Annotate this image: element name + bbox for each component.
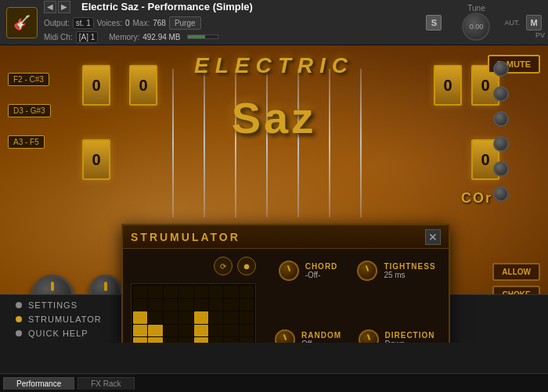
random-knob[interactable] — [275, 329, 295, 343]
seq-cell-0-3[interactable] — [178, 286, 193, 298]
seq-cell-1-3[interactable] — [178, 299, 193, 311]
fret-block-right-1: 0 — [434, 65, 462, 106]
direction-knob[interactable] — [359, 329, 379, 343]
seq-cell-0-4[interactable] — [194, 286, 208, 298]
tuner-knob-2[interactable] — [493, 86, 509, 102]
record-icon: ⏺ — [243, 262, 251, 271]
seq-cell-1-1[interactable] — [148, 299, 162, 311]
m-button[interactable]: M — [526, 15, 542, 31]
s-button[interactable]: S — [426, 15, 442, 31]
seq-cell-2-5[interactable] — [209, 311, 223, 324]
fx-rack-tab[interactable]: FX Rack — [78, 377, 134, 390]
random-value: Off — [301, 340, 341, 343]
seq-cell-4-2[interactable] — [164, 337, 178, 343]
strumulator-dot — [16, 316, 22, 322]
tuner-knob-3[interactable] — [493, 111, 509, 127]
seq-cell-4-7[interactable] — [240, 337, 254, 343]
string-7 — [360, 69, 362, 218]
strum-params: CHORD -Off- TIGHTNESS 25 ms — [264, 257, 441, 343]
string-2 — [204, 69, 205, 218]
seq-cell-4-4[interactable] — [194, 337, 208, 343]
seq-cell-3-7[interactable] — [240, 325, 254, 337]
seq-cell-3-2[interactable] — [164, 325, 178, 337]
seq-cell-2-6[interactable] — [224, 311, 238, 324]
record-button[interactable]: ⏺ — [237, 257, 256, 275]
seq-cell-3-6[interactable] — [224, 325, 238, 337]
quickhelp-label: QUICK HELP — [28, 329, 88, 338]
seq-cell-2-1[interactable] — [148, 311, 162, 324]
seq-cell-0-6[interactable] — [224, 286, 238, 298]
seq-cell-0-1[interactable] — [148, 286, 162, 298]
footer: Performance FX Rack — [0, 373, 548, 392]
string-1 — [172, 69, 174, 218]
tuner-knob-4[interactable] — [493, 136, 509, 152]
logo: 🎸 — [6, 7, 38, 38]
memory-value: 492.94 MB — [142, 33, 180, 41]
string-3 — [235, 69, 236, 218]
seq-cell-0-7[interactable] — [240, 286, 254, 298]
strumulator-title: STRUMULATOR — [131, 231, 240, 243]
seq-cell-3-5[interactable] — [209, 325, 223, 337]
prev-arrow[interactable]: ◀ — [44, 1, 56, 13]
sequencer-area: ⟳ ⏺ ▶ ⊗ — [131, 257, 256, 343]
seq-cell-1-0[interactable] — [133, 299, 147, 311]
chord-knob[interactable] — [279, 261, 299, 281]
max-label: Max: — [133, 19, 150, 27]
fret-block-left-2: 0 — [129, 65, 157, 106]
max-value: 768 — [153, 19, 166, 27]
seq-cell-1-7[interactable] — [240, 299, 254, 311]
tune-value: 0.00 — [470, 23, 484, 31]
allow-button[interactable]: ALLOW — [492, 263, 540, 281]
strumulator-panel: STRUMULATOR ✕ ⟳ ⏺ ▶ — [121, 224, 450, 343]
direction-value: Down — [385, 340, 435, 343]
tuner-knob-5[interactable] — [493, 161, 509, 177]
sequencer-grid[interactable] — [131, 283, 256, 343]
seq-cell-3-3[interactable] — [178, 325, 193, 337]
seq-cell-3-4[interactable] — [194, 325, 208, 337]
settings-dot — [16, 302, 22, 308]
tightness-label: TIGHTNESS — [384, 262, 435, 271]
seq-cell-2-0[interactable] — [133, 311, 147, 324]
purge-button[interactable]: Purge — [169, 16, 201, 30]
seq-cell-3-0[interactable] — [133, 325, 147, 337]
instrument-title: Electric Saz - Performance (Simple) — [81, 1, 253, 13]
seq-cell-2-3[interactable] — [178, 311, 193, 324]
seq-cell-4-0[interactable] — [133, 337, 147, 343]
output-dropdown[interactable]: st. 1 — [73, 17, 94, 29]
performance-tab[interactable]: Performance — [3, 377, 74, 390]
seq-cell-4-1[interactable] — [148, 337, 162, 343]
seq-cell-0-0[interactable] — [133, 286, 147, 298]
next-arrow[interactable]: ▶ — [58, 1, 70, 13]
auto-label: AUT. — [504, 19, 520, 27]
seq-cell-1-5[interactable] — [209, 299, 223, 311]
seq-cell-3-1[interactable] — [148, 325, 162, 337]
nav-arrows: ◀ ▶ — [44, 1, 70, 13]
tune-knob[interactable]: 0.00 — [462, 13, 490, 41]
strumulator-close[interactable]: ✕ — [425, 229, 441, 245]
strumulator-label: STRUMULATOR — [28, 315, 102, 324]
loop-button[interactable]: ⟳ — [214, 257, 233, 275]
midi-dropdown[interactable]: [A] 1 — [76, 31, 99, 43]
seq-cell-2-7[interactable] — [240, 311, 254, 324]
instrument-area: ELECTRIC Saz 0 0 0 0 0 0 F2 - C#3 D3 - G… — [0, 45, 548, 343]
tuner-knob-1[interactable] — [493, 61, 509, 77]
memory-label: Memory: — [109, 33, 139, 41]
direction-param: DIRECTION Down — [356, 329, 437, 343]
seq-cell-2-4[interactable] — [194, 311, 208, 324]
seq-cell-2-2[interactable] — [164, 311, 178, 324]
output-label: Output: — [44, 19, 70, 27]
string-4 — [266, 69, 268, 218]
seq-cell-0-2[interactable] — [164, 286, 178, 298]
seq-cell-0-5[interactable] — [209, 286, 223, 298]
seq-cell-1-2[interactable] — [164, 299, 178, 311]
seq-cell-1-6[interactable] — [224, 299, 238, 311]
seq-cell-4-5[interactable] — [209, 337, 223, 343]
seq-cell-1-4[interactable] — [194, 299, 208, 311]
strumulator-content: ⟳ ⏺ ▶ ⊗ — [123, 249, 449, 343]
random-param: RANDOM Off — [268, 329, 348, 343]
seq-cell-4-3[interactable] — [178, 337, 193, 343]
seq-cell-4-6[interactable] — [224, 337, 238, 343]
tightness-knob[interactable] — [357, 261, 377, 281]
tuner-knob-6[interactable] — [493, 186, 509, 202]
string-tuners — [493, 61, 509, 202]
